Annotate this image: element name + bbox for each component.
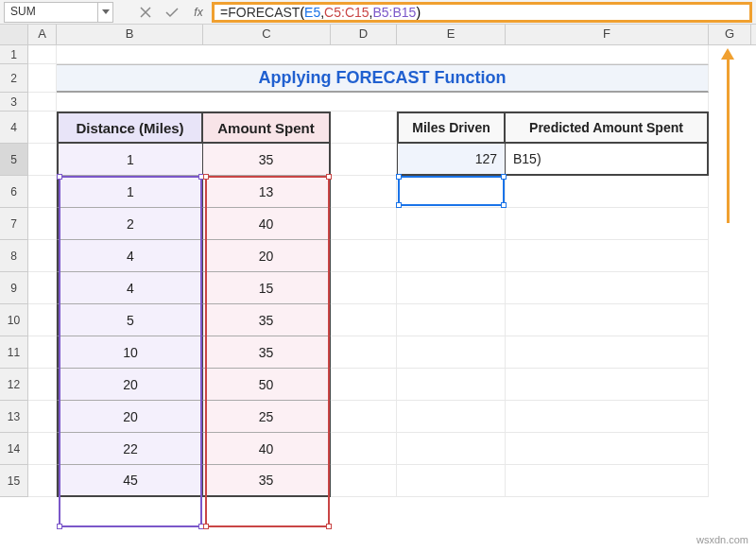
row-header[interactable]: 10	[0, 304, 28, 336]
cell[interactable]	[331, 240, 397, 272]
cell[interactable]	[28, 272, 57, 304]
cell-amount[interactable]: 35	[203, 144, 331, 176]
fx-icon[interactable]: fx	[187, 1, 210, 24]
cell-amount[interactable]: 40	[203, 433, 331, 465]
header-miles-driven[interactable]: Miles Driven	[397, 112, 506, 144]
cell-distance[interactable]: 45	[57, 465, 203, 497]
cell[interactable]	[28, 144, 57, 176]
cell[interactable]	[506, 336, 709, 369]
cell[interactable]	[397, 208, 506, 240]
cell[interactable]	[397, 336, 506, 369]
cell[interactable]	[28, 401, 57, 433]
cell[interactable]	[331, 144, 397, 176]
cell[interactable]	[506, 208, 709, 240]
cell-distance[interactable]: 1	[57, 176, 203, 208]
cell-amount[interactable]: 25	[203, 401, 331, 433]
cell-amount[interactable]: 13	[203, 176, 331, 208]
cell[interactable]	[331, 208, 397, 240]
cell[interactable]	[506, 369, 709, 401]
cell-distance[interactable]: 2	[57, 208, 203, 240]
cell[interactable]	[506, 176, 709, 208]
cell[interactable]	[397, 465, 506, 497]
cell[interactable]	[506, 465, 709, 497]
cell-distance[interactable]: 20	[57, 401, 203, 433]
spreadsheet-grid[interactable]: A B C D E F G 1 2 Applying FORECAST Func…	[0, 25, 756, 549]
cell[interactable]	[57, 45, 709, 64]
header-amount[interactable]: Amount Spent	[203, 112, 331, 144]
row-header[interactable]: 9	[0, 272, 28, 304]
cell-amount[interactable]: 40	[203, 208, 331, 240]
cell[interactable]	[28, 433, 57, 465]
row-header[interactable]: 1	[0, 45, 28, 64]
page-title[interactable]: Applying FORECAST Function	[57, 64, 709, 93]
cell[interactable]	[506, 433, 709, 465]
cell[interactable]	[397, 272, 506, 304]
cell-distance[interactable]: 4	[57, 240, 203, 272]
col-header[interactable]: D	[331, 25, 397, 44]
row-header[interactable]: 13	[0, 401, 28, 433]
cell[interactable]	[28, 64, 57, 93]
row-header[interactable]: 4	[0, 112, 28, 144]
col-header[interactable]: E	[397, 25, 506, 44]
header-distance[interactable]: Distance (Miles)	[57, 112, 203, 144]
cell[interactable]	[28, 93, 57, 112]
row-header[interactable]: 2	[0, 64, 28, 93]
cell[interactable]	[28, 369, 57, 401]
cancel-icon[interactable]	[134, 1, 157, 24]
cell-amount[interactable]: 35	[203, 336, 331, 369]
cell[interactable]	[506, 272, 709, 304]
cell[interactable]	[506, 401, 709, 433]
cell[interactable]	[397, 176, 506, 208]
cell[interactable]	[28, 112, 57, 144]
col-header[interactable]: F	[506, 25, 709, 44]
row-header[interactable]: 11	[0, 336, 28, 369]
formula-input[interactable]: =FORECAST(E5,C5:C15,B5:B15)	[212, 2, 752, 23]
cell[interactable]	[331, 176, 397, 208]
cell[interactable]	[397, 369, 506, 401]
col-header[interactable]: A	[28, 25, 57, 44]
cell[interactable]	[28, 176, 57, 208]
cell-amount[interactable]: 15	[203, 272, 331, 304]
cell[interactable]	[397, 401, 506, 433]
cell[interactable]	[331, 433, 397, 465]
cell[interactable]	[28, 45, 57, 64]
cell[interactable]	[506, 240, 709, 272]
cell[interactable]	[331, 336, 397, 369]
cell[interactable]	[28, 336, 57, 369]
active-cell[interactable]: B15)	[506, 144, 709, 176]
cell-distance[interactable]: 20	[57, 369, 203, 401]
select-all-corner[interactable]	[0, 25, 28, 44]
cell[interactable]	[28, 465, 57, 497]
cell[interactable]	[28, 208, 57, 240]
cell[interactable]	[28, 304, 57, 336]
col-header[interactable]: C	[203, 25, 331, 44]
cell[interactable]	[57, 93, 709, 112]
cell[interactable]	[331, 272, 397, 304]
row-header[interactable]: 15	[0, 465, 28, 497]
cell[interactable]	[397, 304, 506, 336]
cell[interactable]	[331, 401, 397, 433]
cell-distance[interactable]: 1	[57, 144, 203, 176]
enter-icon[interactable]	[161, 1, 183, 24]
row-header[interactable]: 8	[0, 240, 28, 272]
row-header[interactable]: 5	[0, 144, 28, 176]
cell-distance[interactable]: 4	[57, 272, 203, 304]
cell-amount[interactable]: 20	[203, 240, 331, 272]
row-header[interactable]: 12	[0, 369, 28, 401]
cell[interactable]	[331, 465, 397, 497]
cell-amount[interactable]: 35	[203, 465, 331, 497]
col-header[interactable]: B	[57, 25, 203, 44]
cell[interactable]	[506, 304, 709, 336]
cell-distance[interactable]: 10	[57, 336, 203, 369]
cell-distance[interactable]: 22	[57, 433, 203, 465]
col-header[interactable]: G	[709, 25, 751, 44]
cell[interactable]	[397, 240, 506, 272]
cell-miles-driven[interactable]: 127	[397, 144, 506, 176]
cell[interactable]	[331, 112, 397, 144]
name-box[interactable]: SUM	[4, 2, 98, 23]
row-header[interactable]: 14	[0, 433, 28, 465]
row-header[interactable]: 6	[0, 176, 28, 208]
cell[interactable]	[397, 433, 506, 465]
cell-amount[interactable]: 50	[203, 369, 331, 401]
row-header[interactable]: 3	[0, 93, 28, 112]
